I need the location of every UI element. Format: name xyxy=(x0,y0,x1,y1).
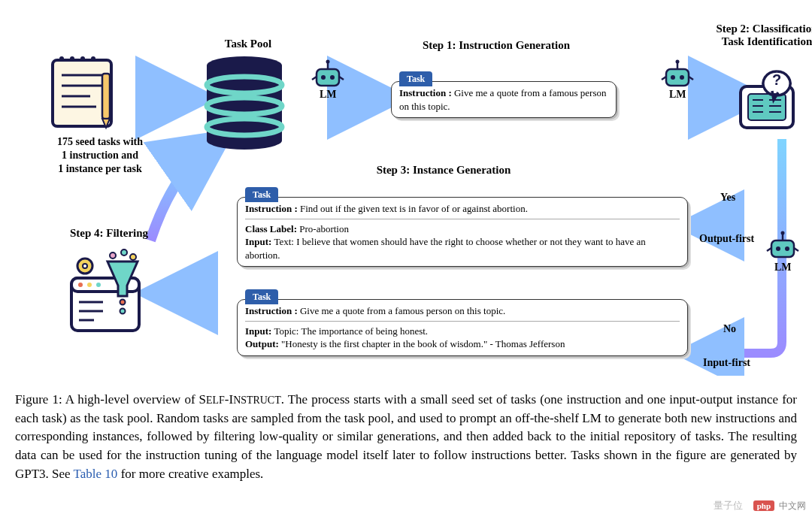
svg-point-35 xyxy=(781,231,785,235)
svg-point-32 xyxy=(776,246,780,251)
output-first-label: Output-first xyxy=(699,233,754,245)
svg-point-19 xyxy=(330,75,335,80)
step2-label: Step 2: Classification Task Identificati… xyxy=(707,23,812,48)
classification-icon: ? xyxy=(741,71,793,128)
step3b-output: Output: "Honesty is the first chapter in… xyxy=(245,337,680,351)
svg-rect-17 xyxy=(317,69,339,86)
lm-label-2: LM xyxy=(669,89,686,101)
step1-task-card: Task Instruction : Give me a quote from … xyxy=(391,81,617,118)
svg-point-33 xyxy=(785,246,789,251)
step3b-instruction: Instruction : Give me a quote from a fam… xyxy=(245,304,680,318)
cn-watermark: 中文网 xyxy=(779,500,806,512)
lm-robot-icon-1 xyxy=(312,60,344,86)
step1-card-line: Instruction : Give me a quote from a fam… xyxy=(399,86,608,113)
no-label: No xyxy=(723,323,736,335)
svg-rect-9 xyxy=(102,74,110,119)
step4-label: Step 4: Filtering xyxy=(60,227,158,240)
lm-label-3: LM xyxy=(774,262,792,274)
svg-rect-39 xyxy=(748,94,786,120)
step3b-task-card: Task Instruction : Give me a quote from … xyxy=(237,299,688,356)
seed-caption: 175 seed tasks with 1 instruction and 1 … xyxy=(36,135,164,177)
svg-text:?: ? xyxy=(772,71,781,88)
svg-point-26 xyxy=(680,75,684,80)
step3a-instruction: Instruction : Find out if the given text… xyxy=(245,202,680,216)
svg-point-51 xyxy=(96,283,101,287)
svg-point-56 xyxy=(83,264,87,268)
task-tab: Task xyxy=(245,289,278,304)
step3a-class-label: Class Label: Pro-abortion xyxy=(245,222,680,236)
svg-rect-31 xyxy=(771,240,794,257)
lm-robot-icon-3 xyxy=(767,231,798,258)
step3b-input: Input: Topic: The importance of being ho… xyxy=(245,325,680,338)
self-instruct-name: SELF-INSTRUCT xyxy=(199,392,281,407)
figure-number: Figure 1: xyxy=(15,392,62,407)
qbit-watermark: 量子位 xyxy=(714,499,743,512)
svg-point-60 xyxy=(130,254,136,260)
watermark: 量子位 php 中文网 xyxy=(714,499,806,512)
filtering-icon xyxy=(71,249,139,331)
svg-rect-24 xyxy=(666,69,689,86)
svg-point-6 xyxy=(70,56,74,61)
step1-label: Step 1: Instruction Generation xyxy=(406,39,586,52)
svg-point-50 xyxy=(87,283,92,287)
figure-caption: Figure 1: A high-level overview of SELF-… xyxy=(15,391,797,483)
svg-point-7 xyxy=(80,56,85,61)
svg-point-28 xyxy=(676,60,680,64)
svg-point-49 xyxy=(78,283,83,287)
input-first-label: Input-first xyxy=(703,357,750,369)
svg-point-5 xyxy=(59,56,64,61)
svg-point-21 xyxy=(326,60,330,64)
svg-point-18 xyxy=(321,75,326,80)
task-tab: Task xyxy=(399,71,432,86)
step3-label: Step 3: Instance Generation xyxy=(353,164,534,177)
svg-point-8 xyxy=(91,56,95,61)
php-watermark-icon: php xyxy=(753,500,774,511)
svg-point-59 xyxy=(121,249,127,255)
seed-tasks-icon xyxy=(53,56,111,128)
task-pool-icon xyxy=(207,56,282,150)
yes-label: Yes xyxy=(720,192,735,204)
task-pool-label: Task Pool xyxy=(211,38,286,50)
table-link[interactable]: Table 10 xyxy=(74,467,118,481)
step3a-task-card: Task Instruction : Find out if the given… xyxy=(237,197,688,267)
svg-point-62 xyxy=(120,309,126,314)
lm-label-1: LM xyxy=(320,89,337,101)
svg-point-25 xyxy=(671,75,675,80)
diagram-canvas: ? Task Pool Step 1: Instruction Generati… xyxy=(0,0,812,376)
svg-point-58 xyxy=(110,252,116,258)
arrow-step2-down xyxy=(699,139,782,353)
task-tab: Task xyxy=(245,187,278,202)
lm-robot-icon-2 xyxy=(662,60,693,86)
svg-point-61 xyxy=(120,300,126,305)
step3a-input: Input: Text: I believe that women should… xyxy=(245,235,680,262)
